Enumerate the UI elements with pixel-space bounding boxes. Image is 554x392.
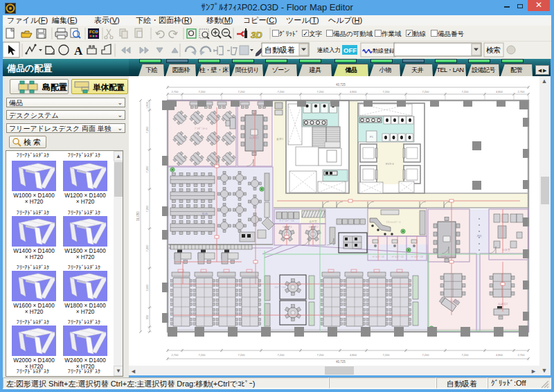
svg-text:7,200: 7,200 xyxy=(461,90,469,93)
svg-text:7,200: 7,200 xyxy=(145,166,149,173)
svg-text:2,700: 2,700 xyxy=(171,353,179,357)
svg-text:40,725: 40,725 xyxy=(336,360,346,364)
svg-text:OFF: OFF xyxy=(343,46,357,54)
svg-text:金庫室: 金庫室 xyxy=(309,220,317,223)
svg-text:応接室2: 応接室2 xyxy=(309,225,319,229)
svg-text:× H720: × H720 xyxy=(25,199,44,205)
svg-text:31,050: 31,050 xyxy=(136,211,140,221)
svg-text:W2000 × D1400: W2000 × D1400 xyxy=(13,357,55,364)
svg-text:× H720: × H720 xyxy=(25,309,44,315)
svg-text:通路: 通路 xyxy=(476,234,482,238)
svg-text:1,800: 1,800 xyxy=(145,101,149,109)
svg-text:7,200: 7,200 xyxy=(277,353,285,357)
svg-text:A: A xyxy=(74,44,83,57)
svg-text:検索: 検索 xyxy=(486,46,501,54)
svg-text:4,800: 4,800 xyxy=(350,353,357,357)
svg-text:× H720: × H720 xyxy=(76,309,95,315)
svg-text:単体配置: 単体配置 xyxy=(93,83,125,91)
svg-text:ﾌﾘｰｱﾄﾞﾚｽﾃﾞｽｸ: ﾌﾘｰｱﾄﾞﾚｽﾃﾞｽｸ xyxy=(17,265,49,271)
svg-text:× H720: × H720 xyxy=(76,254,95,260)
svg-text:7,200: 7,200 xyxy=(238,353,245,357)
svg-text:7,200: 7,200 xyxy=(316,90,324,93)
svg-text:ﾌﾘｰｱﾄﾞﾚｽﾃﾞｽｸ: ﾌﾘｰｱﾄﾞﾚｽﾃﾞｽｸ xyxy=(68,265,100,271)
svg-text:ﾌﾟﾚｾﾞﾝﾙｰﾑ: ﾌﾟﾚｾﾞﾝﾙｰﾑ xyxy=(195,127,208,130)
svg-text:2,700: 2,700 xyxy=(517,353,525,357)
svg-text:会議室1: 会議室1 xyxy=(249,136,260,139)
svg-text:ｺﾐｭﾆｹｰｼｮﾝ: ｺﾐｭﾆｹｰｼｮﾝ xyxy=(274,286,286,289)
svg-text:7,200: 7,200 xyxy=(422,353,429,357)
svg-text:ﾌﾘｰｱﾄﾞﾚｽﾃﾞｽｸ: ﾌﾘｰｱﾄﾞﾚｽﾃﾞｽｸ xyxy=(68,319,100,326)
svg-text:7,200: 7,200 xyxy=(145,205,149,213)
svg-text:4,800: 4,800 xyxy=(350,90,357,93)
svg-text:7,200: 7,200 xyxy=(277,90,285,93)
svg-text:7,200: 7,200 xyxy=(382,353,390,357)
svg-text:7,200: 7,200 xyxy=(461,353,469,357)
svg-text:7,200: 7,200 xyxy=(382,90,390,93)
svg-text:7,200: 7,200 xyxy=(145,126,149,134)
svg-text:ｵｰﾌﾟﾝｽﾍﾟｰｽ1: ｵｰﾌﾟﾝｽﾍﾟｰｽ1 xyxy=(278,220,294,222)
svg-text:動線登録: 動線登録 xyxy=(373,48,395,54)
svg-text:ﾌﾘｰｱﾄﾞﾚｽﾃﾞｽｸ: ﾌﾘｰｱﾄﾞﾚｽﾃﾞｽｸ xyxy=(17,368,49,375)
svg-text:F5: F5 xyxy=(370,135,373,139)
svg-text:W2400 × D1400: W2400 × D1400 xyxy=(64,357,106,364)
svg-text:島配置: 島配置 xyxy=(42,82,67,92)
svg-text:4,800: 4,800 xyxy=(496,353,503,357)
svg-text:ﾌﾘｰｱﾄﾞﾚｽﾃﾞｽｸ: ﾌﾘｰｱﾄﾞﾚｽﾃﾞｽｸ xyxy=(68,368,100,375)
svg-text:自動吸着: 自動吸着 xyxy=(265,46,295,54)
svg-text:7,200: 7,200 xyxy=(198,90,206,93)
svg-text:応接室1: 応接室1 xyxy=(283,225,292,229)
svg-text:ﾌﾘｰｱﾄﾞﾚｽﾃﾞｽｸ: ﾌﾘｰｱﾄﾞﾚｽﾃﾞｽｸ xyxy=(17,210,49,216)
svg-text:W1500 × D1400: W1500 × D1400 xyxy=(64,248,106,254)
svg-text:応接室: 応接室 xyxy=(502,248,510,251)
svg-text:40,725: 40,725 xyxy=(336,83,346,87)
svg-text:7,200: 7,200 xyxy=(422,90,429,93)
svg-text:950: 950 xyxy=(145,314,149,319)
svg-text:7,200: 7,200 xyxy=(145,244,149,252)
svg-text:2,700: 2,700 xyxy=(171,90,179,93)
svg-text:7,200: 7,200 xyxy=(316,353,324,357)
svg-text:W1400 × D1400: W1400 × D1400 xyxy=(13,248,55,254)
svg-text:連続入力: 連続入力 xyxy=(317,46,341,53)
svg-text:検 索: 検 索 xyxy=(24,138,41,146)
svg-text:7,200: 7,200 xyxy=(238,90,245,93)
svg-text:4,800: 4,800 xyxy=(496,90,503,93)
svg-text:W1600 × D1400: W1600 × D1400 xyxy=(13,303,55,309)
svg-text:EVﾎｰﾙ: EVﾎｰﾙ xyxy=(386,162,394,166)
svg-text:7,200: 7,200 xyxy=(198,353,206,357)
svg-text:ﾌﾘｰｱﾄﾞﾚｽﾃﾞｽｸ: ﾌﾘｰｱﾄﾞﾚｽﾃﾞｽｸ xyxy=(17,152,49,159)
svg-text:3,600: 3,600 xyxy=(145,284,149,292)
svg-text:3D: 3D xyxy=(251,30,262,40)
svg-text:ﾌﾘｰｱﾄﾞﾚｽﾃﾞｽｸ: ﾌﾘｰｱﾄﾞﾚｽﾃﾞｽｸ xyxy=(68,210,100,216)
svg-text:W1000 × D1400: W1000 × D1400 xyxy=(13,193,55,199)
svg-text:× H720: × H720 xyxy=(25,254,44,260)
svg-text:ﾘﾌﾚｯｼｭｽﾍﾟｰｽ: ﾘﾌﾚｯｼｭｽﾍﾟｰｽ xyxy=(386,221,401,224)
svg-text:2,700: 2,700 xyxy=(517,90,525,93)
svg-text:× H720: × H720 xyxy=(76,199,95,205)
svg-text:W1800 × D1400: W1800 × D1400 xyxy=(64,303,106,309)
svg-text:ﾌﾘｰｱﾄﾞﾚｽﾃﾞｽｸ: ﾌﾘｰｱﾄﾞﾚｽﾃﾞｽｸ xyxy=(17,319,49,326)
svg-text:執務: 執務 xyxy=(202,212,208,215)
svg-text:ﾌﾘｰｱﾄﾞﾚｽﾃﾞｽｸ: ﾌﾘｰｱﾄﾞﾚｽﾃﾞｽｸ xyxy=(68,152,100,159)
svg-text:W1200 × D1400: W1200 × D1400 xyxy=(64,193,106,199)
